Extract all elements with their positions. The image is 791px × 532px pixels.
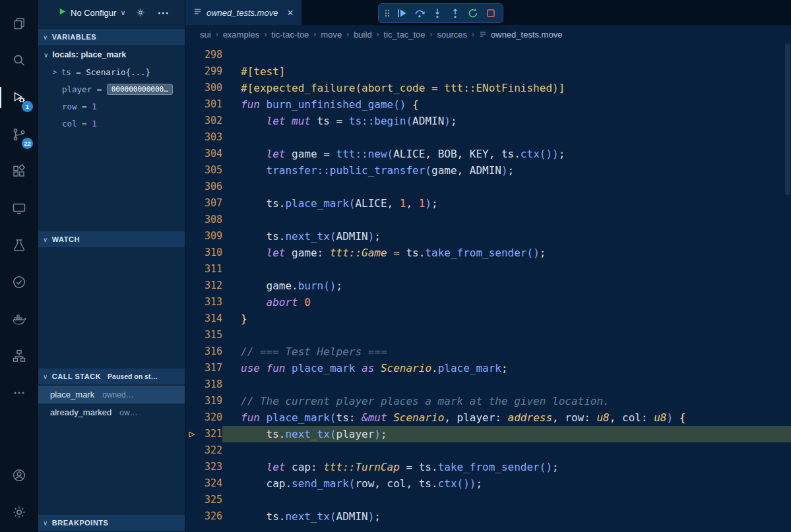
breakpoint-gutter[interactable]	[185, 376, 199, 393]
breakpoint-gutter[interactable]	[185, 195, 199, 212]
line-number[interactable]: 317	[199, 360, 222, 376]
breakpoint-gutter[interactable]	[185, 278, 199, 294]
step-out-button[interactable]	[446, 5, 464, 22]
scrollbar-thumb[interactable]	[785, 44, 790, 195]
variable-row[interactable]: col = 1	[38, 115, 185, 132]
tab-owned-tests[interactable]: owned_tests.move ✕	[185, 0, 301, 25]
restart-button[interactable]	[464, 5, 482, 22]
code-line[interactable]: 325	[185, 492, 791, 508]
activity-settings-icon[interactable]	[0, 494, 38, 531]
section-header-watch[interactable]: ∨ WATCH	[38, 231, 185, 247]
code-line[interactable]: 316// === Test Helpers ===	[185, 343, 791, 360]
activity-beaker-icon[interactable]	[0, 227, 38, 264]
line-number[interactable]: 305	[199, 162, 222, 179]
code-line[interactable]: 308	[185, 212, 791, 228]
line-number[interactable]: 308	[199, 212, 222, 228]
code-line[interactable]: 298	[185, 47, 791, 63]
breakpoint-gutter[interactable]	[185, 245, 199, 261]
breadcrumb-file[interactable]: owned_tests.move	[479, 30, 562, 40]
variables-scope-row[interactable]: ∨ locals: place_mark	[38, 46, 185, 63]
line-number[interactable]: 298	[199, 47, 222, 63]
code-line[interactable]: 315	[185, 327, 791, 343]
code-line[interactable]: 305 transfer::public_transfer(game, ADMI…	[185, 162, 791, 179]
code-line[interactable]: 310 let game: ttt::Game = ts.take_from_s…	[185, 245, 791, 261]
editor-scrollbar[interactable]	[784, 44, 791, 532]
code-line[interactable]: ▷321 ts.next_tx(player);	[185, 426, 791, 442]
breadcrumb-item[interactable]: build	[354, 30, 371, 40]
breakpoint-gutter[interactable]	[185, 310, 199, 327]
code-line[interactable]: 307 ts.place_mark(ALICE, 1, 1);	[185, 195, 791, 212]
line-number[interactable]: 309	[199, 228, 222, 245]
line-number[interactable]: 322	[199, 442, 222, 459]
line-number[interactable]: 306	[199, 179, 222, 195]
breakpoint-gutter[interactable]	[185, 343, 199, 360]
section-header-variables[interactable]: ∨ VARIABLES	[38, 29, 185, 45]
activity-search-icon[interactable]	[0, 42, 38, 79]
activity-docker-icon[interactable]	[0, 301, 38, 338]
code-line[interactable]: 300#[expected_failure(abort_code = ttt::…	[185, 80, 791, 96]
breakpoint-gutter[interactable]	[185, 129, 199, 146]
code-line[interactable]: 326 ts.next_tx(ADMIN);	[185, 508, 791, 525]
line-number[interactable]: 326	[199, 508, 222, 525]
views-more-icon[interactable]: ⋯	[157, 6, 169, 20]
line-number[interactable]: 324	[199, 475, 222, 492]
variable-row[interactable]: player = 000000000000…	[38, 80, 185, 98]
variable-row[interactable]: row = 1	[38, 98, 185, 115]
code-line[interactable]: 317use fun place_mark as Scenario.place_…	[185, 360, 791, 376]
step-into-button[interactable]	[428, 5, 446, 22]
code-line[interactable]: 299#[test]	[185, 63, 791, 80]
code-line[interactable]: 302 let mut ts = ts::begin(ADMIN);	[185, 113, 791, 129]
variable-row[interactable]: >ts = Scenario{...}	[38, 63, 185, 80]
code-line[interactable]: 313 abort 0	[185, 294, 791, 310]
code-line[interactable]: 322	[185, 442, 791, 459]
line-number[interactable]: 320	[199, 409, 222, 426]
section-header-breakpoints[interactable]: ∨ BREAKPOINTS	[38, 515, 185, 531]
activity-source-control-icon[interactable]: 22	[0, 116, 38, 153]
line-number[interactable]: 325	[199, 492, 222, 508]
drag-handle-icon[interactable]	[382, 8, 393, 18]
activity-extensions-icon[interactable]	[0, 153, 38, 190]
call-stack-frame[interactable]: already_markedow…	[38, 403, 185, 421]
breadcrumb-item[interactable]: sources	[437, 30, 467, 40]
activity-testing-icon[interactable]	[0, 264, 38, 301]
breakpoint-gutter[interactable]	[185, 475, 199, 492]
code-line[interactable]: 311	[185, 261, 791, 278]
breakpoint-gutter[interactable]	[185, 228, 199, 245]
breadcrumb-item[interactable]: move	[321, 30, 342, 40]
line-number[interactable]: 300	[199, 80, 222, 96]
breakpoint-gutter[interactable]	[185, 47, 199, 63]
line-number[interactable]: 299	[199, 63, 222, 80]
breakpoint-gutter[interactable]	[185, 162, 199, 179]
breakpoint-gutter[interactable]	[185, 63, 199, 80]
line-number[interactable]: 314	[199, 310, 222, 327]
code-line[interactable]: 304 let game = ttt::new(ALICE, BOB, KEY,…	[185, 146, 791, 162]
code-line[interactable]: 301fun burn_unfinished_game() {	[185, 96, 791, 113]
line-number[interactable]: 304	[199, 146, 222, 162]
breakpoint-gutter[interactable]	[185, 261, 199, 278]
code-line[interactable]: 323 let cap: ttt::TurnCap = ts.take_from…	[185, 459, 791, 475]
line-number[interactable]: 323	[199, 459, 222, 475]
breakpoint-gutter[interactable]	[185, 492, 199, 508]
chevron-right-icon[interactable]: >	[53, 68, 57, 76]
code-line[interactable]: 309 ts.next_tx(ADMIN);	[185, 228, 791, 245]
call-stack-frame[interactable]: place_markowned…	[38, 386, 185, 403]
breakpoint-gutter[interactable]	[185, 80, 199, 96]
line-number[interactable]: 321	[199, 426, 222, 442]
line-number[interactable]: 312	[199, 278, 222, 294]
code-line[interactable]: 303	[185, 129, 791, 146]
breakpoint-gutter[interactable]	[185, 212, 199, 228]
line-number[interactable]: 318	[199, 376, 222, 393]
breakpoint-gutter[interactable]	[185, 442, 199, 459]
code-line[interactable]: 314}	[185, 310, 791, 327]
breadcrumb-item[interactable]: examples	[223, 30, 260, 40]
line-number[interactable]: 316	[199, 343, 222, 360]
breakpoint-gutter[interactable]	[185, 179, 199, 195]
breakpoint-gutter[interactable]	[185, 459, 199, 475]
line-number[interactable]: 319	[199, 393, 222, 409]
line-number[interactable]: 311	[199, 261, 222, 278]
line-number[interactable]: 301	[199, 96, 222, 113]
activity-account-icon[interactable]	[0, 457, 38, 494]
line-number[interactable]: 307	[199, 195, 222, 212]
line-number[interactable]: 315	[199, 327, 222, 343]
tab-close-icon[interactable]: ✕	[286, 8, 294, 18]
